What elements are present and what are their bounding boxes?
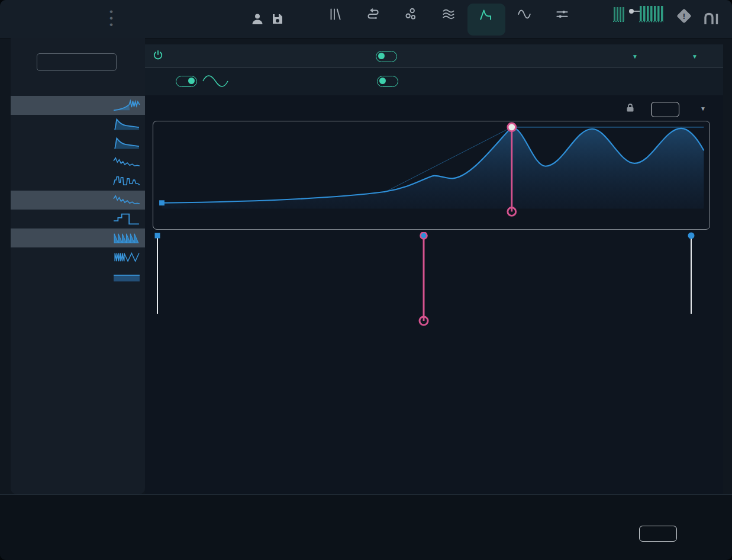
assign-icon bbox=[554, 14, 570, 24]
lock-icon[interactable] bbox=[625, 103, 635, 115]
tab-browser[interactable] bbox=[316, 4, 354, 36]
macro-knob-3[interactable] bbox=[78, 448, 104, 479]
tab-waves[interactable] bbox=[430, 4, 467, 36]
list-item[interactable] bbox=[11, 96, 145, 115]
macro-knob-oscil-a-amp[interactable] bbox=[431, 500, 496, 536]
chevron-down-icon[interactable]: ▼ bbox=[700, 105, 706, 112]
lfo-wave-icon[interactable] bbox=[202, 73, 229, 92]
macro-knob-oscil-c-amp[interactable] bbox=[561, 500, 626, 536]
selected-breakpoint-handle[interactable] bbox=[508, 123, 516, 131]
svg-text:!: ! bbox=[683, 12, 685, 21]
list-item[interactable] bbox=[11, 134, 145, 153]
transform-menu[interactable]: ▼ bbox=[628, 51, 638, 60]
top-bar: ••• bbox=[0, 0, 732, 38]
lfo-icon bbox=[517, 14, 532, 24]
grid-button[interactable] bbox=[651, 102, 679, 117]
sync-toggle[interactable] bbox=[376, 51, 397, 62]
tab-lfo[interactable] bbox=[505, 4, 543, 36]
menu-dots-icon[interactable]: ••• bbox=[109, 8, 112, 30]
waves-icon bbox=[441, 14, 456, 24]
macro-knob-4[interactable] bbox=[108, 448, 134, 479]
envelope-header: ▼ ▼ bbox=[145, 44, 723, 68]
envelope-editor: ▼ ▼ ▼ bbox=[145, 44, 723, 494]
new-envelope-button[interactable] bbox=[37, 53, 117, 71]
macro-knob-filter-freq[interactable] bbox=[366, 500, 431, 536]
envelope-panel-insert-c2-mix[interactable] bbox=[153, 340, 710, 453]
list-item[interactable] bbox=[11, 191, 145, 210]
envelope-list bbox=[11, 96, 145, 285]
list-item[interactable] bbox=[11, 210, 145, 228]
save-icon[interactable] bbox=[271, 12, 284, 28]
macro-knob-2[interactable] bbox=[46, 448, 72, 479]
user-icon[interactable] bbox=[251, 12, 264, 28]
macro-knob-oscil-amp[interactable] bbox=[496, 500, 561, 536]
macro-knob-1[interactable] bbox=[15, 448, 41, 479]
macro-bottom-bar bbox=[0, 494, 732, 560]
envelope-sidebar bbox=[11, 38, 145, 494]
envelope-panel-oscil-a-amp[interactable] bbox=[153, 121, 710, 230]
macro-knob-modwheel[interactable] bbox=[236, 500, 301, 536]
list-item[interactable] bbox=[11, 172, 145, 191]
tab-assign[interactable] bbox=[543, 4, 581, 36]
list-item[interactable] bbox=[11, 266, 145, 285]
output-gain-slider[interactable] bbox=[628, 6, 640, 17]
envelope-icon bbox=[479, 14, 494, 24]
ni-logo bbox=[702, 10, 722, 30]
browser-icon bbox=[327, 14, 343, 24]
tab-patch[interactable] bbox=[354, 4, 392, 36]
patch-icon bbox=[365, 14, 380, 24]
breakpoint-handle[interactable] bbox=[688, 233, 695, 239]
cpu-warning-icon[interactable]: ! bbox=[675, 7, 693, 27]
list-item[interactable] bbox=[11, 247, 145, 266]
macro-knob-filter-res[interactable] bbox=[170, 500, 236, 536]
timeline-ruler[interactable] bbox=[145, 95, 723, 120]
effects-icon bbox=[403, 14, 418, 24]
macro-knob-filter-groove[interactable] bbox=[105, 500, 170, 536]
lfo-toggle[interactable] bbox=[176, 76, 197, 87]
sh-toggle[interactable] bbox=[377, 76, 398, 87]
list-item[interactable] bbox=[11, 228, 145, 247]
start-breakpoint-handle[interactable] bbox=[159, 200, 165, 205]
envelope-panel-oscil-b-sample-jump[interactable] bbox=[153, 232, 710, 337]
output-meter bbox=[639, 5, 666, 25]
input-meter bbox=[613, 6, 627, 25]
list-item[interactable] bbox=[11, 115, 145, 134]
macro-knob-ringmod-pitch[interactable] bbox=[301, 500, 366, 536]
tab-envelope[interactable] bbox=[467, 4, 505, 36]
selected-breakpoint-handle[interactable] bbox=[421, 233, 427, 239]
oscil-a-amp-curve[interactable] bbox=[153, 121, 710, 229]
edit-menu[interactable]: ▼ bbox=[688, 51, 698, 60]
lfo-sh-row bbox=[145, 68, 723, 95]
power-icon[interactable] bbox=[153, 50, 163, 63]
absynth-window: ••• bbox=[0, 0, 732, 560]
start-breakpoint-handle[interactable] bbox=[155, 233, 160, 239]
chevron-down-icon: ▼ bbox=[632, 53, 638, 60]
mpe-button[interactable] bbox=[639, 526, 677, 542]
tab-effects[interactable] bbox=[392, 4, 430, 36]
chevron-down-icon: ▼ bbox=[692, 53, 698, 60]
list-item[interactable] bbox=[11, 153, 145, 172]
